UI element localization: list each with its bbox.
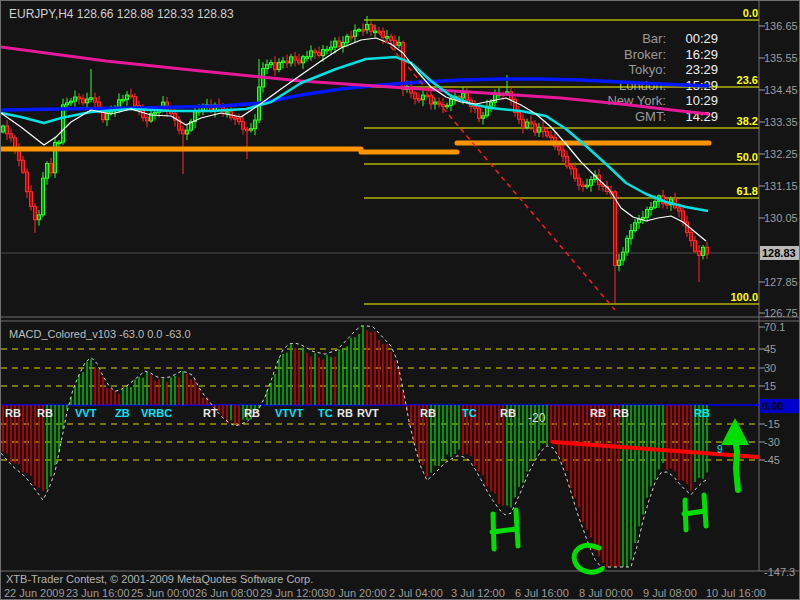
macd-signal-label: RB: [5, 408, 21, 419]
macd-signal-label: RB: [590, 408, 606, 419]
macd-signal-label: RB: [420, 408, 436, 419]
macd-small-cyan-mark: 9: [717, 444, 723, 455]
fib-level-label: 61.8: [698, 186, 758, 197]
fib-level-label: 50.0: [698, 152, 758, 163]
macd-axis-label: 70.1: [764, 322, 785, 333]
fib-level-label: 100.0: [698, 292, 758, 303]
time-axis-label: 23 Jun 16:00: [66, 588, 130, 599]
macd-signal-label: RB: [37, 408, 53, 419]
time-axis-label: 8 Jul 00:00: [579, 588, 633, 599]
macd-signal-label: RB: [613, 408, 629, 419]
macd-signal-label: RB: [337, 408, 353, 419]
fib-level-label: 38.2: [698, 116, 758, 127]
macd-signal-label: TC: [462, 408, 477, 419]
macd-signal-label: RVT: [357, 408, 379, 419]
current-price-badge: 128.83: [760, 246, 800, 260]
time-axis-label: 2 Jul 04:00: [389, 588, 443, 599]
macd-signal-label: VRBC: [141, 408, 172, 419]
drawn-letter-h-stroke[interactable]: [492, 529, 517, 532]
macd-signal-label: RB: [694, 408, 710, 419]
macd-signal-label: RT: [203, 408, 218, 419]
time-axis-label: 3 Jul 12:00: [451, 588, 505, 599]
price-axis-label: 127.85: [764, 277, 798, 288]
time-axis-label: 26 Jun 08:00: [195, 588, 259, 599]
time-axis-label: 22 Jun 2009: [4, 588, 65, 599]
fib-level-label: 0.0: [698, 8, 758, 19]
status-bar-text: XTB-Trader Contest, © 2001-2009 MetaQuot…: [6, 573, 313, 585]
macd-signal-label: ZB: [115, 408, 130, 419]
time-axis-label: 25 Jun 00:00: [131, 588, 195, 599]
chart-symbol-ohlc-title: EURJPY,H4 128.66 128.88 128.33 128.83: [9, 7, 234, 21]
macd-axis-label: -147.3: [764, 567, 795, 578]
macd-minus20-annotation: -20: [528, 411, 545, 425]
mt4-chart-window: Bar:00:29Broker:16:29Tokyo:23:29London:1…: [0, 0, 800, 600]
macd-axis-label: -30: [764, 437, 780, 448]
price-axis-label: 136.65: [764, 21, 798, 32]
price-axis-label: 130.05: [764, 213, 798, 224]
descending-trendline[interactable]: [373, 26, 615, 310]
macd-signal-label: RB: [244, 408, 260, 419]
fib-level-label: 23.6: [698, 75, 758, 86]
macd-signal-label: VVT: [75, 408, 96, 419]
macd-signal-label: VTVT: [275, 408, 303, 419]
drawn-letter-h-stroke[interactable]: [684, 511, 705, 514]
macd-zero-badge: 0.00: [760, 399, 800, 413]
macd-axis-label: 15: [764, 381, 776, 392]
macd-axis-label: -15: [764, 419, 780, 430]
time-axis-label: 10 Jul 16:00: [706, 588, 766, 599]
time-axis-label: 6 Jul 16:00: [515, 588, 569, 599]
macd-indicator-title: MACD_Colored_v103 -63.0 0.0 -63.0: [9, 328, 191, 340]
time-axis-label: 30 Jun 20:00: [323, 588, 387, 599]
price-axis-label: 135.55: [764, 53, 798, 64]
drawn-up-arrow-shaft[interactable]: [735, 439, 738, 490]
macd-axis-label: -45: [764, 455, 780, 466]
price-axis-label: 131.15: [764, 181, 798, 192]
price-axis-label: 133.35: [764, 117, 798, 128]
chart-canvas[interactable]: [1, 1, 800, 600]
macd-axis-label: 45: [764, 344, 776, 355]
price-axis-label: 134.45: [764, 85, 798, 96]
drawn-up-arrow-head[interactable]: [721, 418, 749, 445]
macd-axis-label: 30: [764, 363, 776, 374]
macd-signal-label: RB: [500, 408, 516, 419]
price-axis-label: 132.25: [764, 149, 798, 160]
drawn-letter-c[interactable]: [574, 545, 602, 572]
time-axis-label: 29 Jun 12:00: [260, 588, 324, 599]
white-ma-line[interactable]: [1, 38, 706, 241]
time-axis-label: 9 Jul 08:00: [643, 588, 697, 599]
price-axis-label: 126.75: [764, 308, 798, 319]
macd-signal-label: TC: [318, 408, 333, 419]
